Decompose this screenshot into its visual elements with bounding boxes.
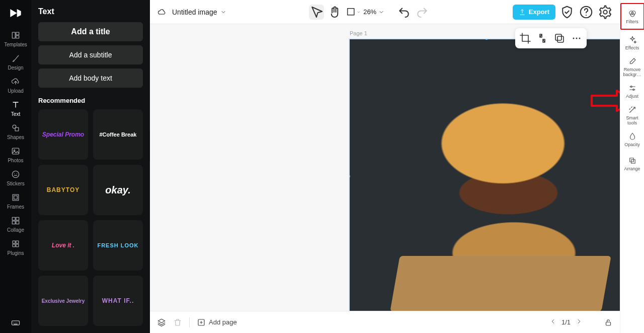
rail-item-upload[interactable]: Upload [0,74,31,97]
svg-rect-23 [555,34,561,40]
center-region: Untitled image 26% Export [150,0,620,333]
text-preset[interactable]: BABYTOY [38,165,88,215]
rail-item-shapes[interactable]: Shapes [0,120,31,143]
document-name-text: Untitled image [172,8,217,16]
redo-button[interactable] [415,5,430,20]
text-preset[interactable]: okay. [93,165,143,215]
rail-label: Photos [8,158,23,163]
rr-label: Arrange [624,167,640,171]
svg-rect-19 [348,9,354,15]
svg-rect-36 [631,160,635,164]
hand-tool[interactable] [327,5,342,20]
rr-label: Adjust [626,94,638,99]
lock-button[interactable] [604,318,613,327]
topbar-right: Export [513,5,613,20]
rr-item-opacity[interactable]: Opacity [622,128,642,151]
svg-rect-2 [16,36,19,38]
rr-item-arrange[interactable]: Arrange [622,153,642,175]
svg-point-7 [12,171,19,177]
rail-item-stickers[interactable]: Stickers [0,166,31,189]
svg-rect-8 [13,194,19,201]
app-root: Templates Design Upload Text Shapes Phot… [0,0,644,333]
canvas-tool-group: 26% [309,5,430,20]
rail-item-frames[interactable]: Frames [0,189,31,213]
delete-button[interactable] [173,318,182,327]
add-subtitle-button[interactable]: Add a subtitle [38,45,143,64]
more-icon[interactable] [571,32,583,44]
layers-button[interactable] [157,318,166,327]
pager-text: 1/1 [561,318,571,326]
svg-rect-11 [16,217,19,220]
svg-point-25 [576,38,578,39]
settings-icon[interactable] [598,5,613,20]
text-preset[interactable]: Love it . [38,220,88,271]
text-preset[interactable]: #Coffee Break [93,109,143,160]
text-preset[interactable]: FRESH LOOK [93,220,143,271]
left-rail: Templates Design Upload Text Shapes Phot… [0,0,31,333]
rail-item-templates[interactable]: Templates [0,27,31,50]
export-button[interactable]: Export [513,5,555,20]
svg-rect-22 [557,36,564,42]
recommended-grid: Special Promo #Coffee Break BABYTOY okay… [38,109,143,333]
add-page-button[interactable]: Add page [197,318,237,327]
duplicate-icon[interactable] [553,32,566,44]
document-name[interactable]: Untitled image [172,8,226,16]
rail-label: Plugins [8,250,24,256]
rr-item-smart-tools[interactable]: Smart tools [622,104,642,126]
rail-item-design[interactable]: Design [0,50,31,74]
next-page-button[interactable] [576,318,583,326]
svg-rect-17 [16,244,19,247]
rr-item-effects[interactable]: Effects [622,32,642,54]
zoom-value: 26% [363,8,376,16]
prev-page-button[interactable] [549,318,556,326]
svg-rect-0 [12,32,15,38]
wand-icon [628,105,637,114]
text-preset[interactable]: WHAT IF.. [93,276,143,326]
svg-point-21 [603,10,607,14]
canvas-area[interactable]: Page 1 [150,24,620,311]
text-preset[interactable]: Special Promo [38,109,88,160]
rail-label: Shapes [7,135,24,140]
flip-icon[interactable] [536,32,548,44]
add-body-button[interactable]: Add body text [38,69,143,88]
page-label: Page 1 [350,30,367,36]
topbar: Untitled image 26% Export [150,0,620,24]
add-title-button[interactable]: Add a title [38,22,143,41]
sparkle-icon [628,35,637,44]
rail-item-text[interactable]: Text [0,97,31,120]
rr-item-filters[interactable]: Filters [622,6,642,28]
rail-label: Templates [4,42,27,47]
eraser-icon [628,57,637,66]
rail-item-photos[interactable]: Photos [0,143,31,166]
rr-item-remove-bg[interactable]: Remove backgr… [622,56,642,78]
help-icon[interactable] [579,5,594,20]
rail-item-keyboard[interactable] [0,313,31,333]
filters-icon [628,9,637,18]
svg-rect-9 [14,196,18,199]
svg-point-26 [579,38,581,39]
app-logo[interactable] [8,5,24,21]
canvas-page[interactable] [350,39,620,311]
rail-item-plugins[interactable]: Plugins [0,236,31,259]
recommended-heading: Recommended [38,97,143,104]
select-tool[interactable] [309,5,324,20]
rail-label: Stickers [7,181,25,186]
rr-item-adjust[interactable]: Adjust [622,80,642,102]
text-preset[interactable]: Exclusive Jewelry [38,276,88,326]
svg-rect-14 [13,241,15,243]
zoom-control[interactable]: 26% [363,8,384,16]
svg-rect-12 [12,221,15,224]
floating-toolbar [515,28,587,48]
rail-item-collage[interactable]: Collage [0,213,31,236]
crop-icon[interactable] [519,32,531,44]
add-page-label: Add page [209,318,237,326]
shield-icon[interactable] [559,5,575,20]
cloud-save-icon[interactable] [157,7,167,17]
svg-rect-16 [13,244,15,247]
svg-rect-35 [629,158,633,162]
resize-menu[interactable] [345,5,360,20]
export-label: Export [529,8,549,16]
rail-label: Design [8,65,23,71]
undo-button[interactable] [396,5,412,20]
svg-rect-13 [16,221,19,224]
